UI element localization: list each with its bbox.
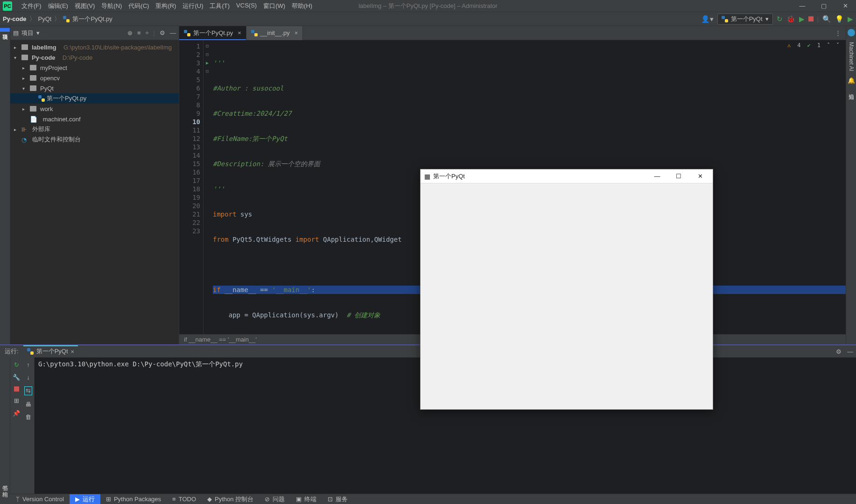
menu-vcs[interactable]: VCS(S) xyxy=(233,1,260,11)
python-icon xyxy=(38,95,45,102)
stop-icon[interactable] xyxy=(14,386,19,392)
file-icon: 📄 xyxy=(30,116,37,123)
play-icon: ▶ xyxy=(75,496,80,503)
project-sidebar: ▤ 项目 ▾ ⊕ ≡ ÷ | ⚙ — ▸labelImg G:\pyton3.1… xyxy=(10,26,179,344)
trash-icon[interactable]: 🗑 xyxy=(25,413,31,420)
folder-icon xyxy=(30,106,36,112)
menu-code[interactable]: 代码(C) xyxy=(126,1,152,11)
pyqt-app-window[interactable]: ▦ 第一个PyQt — ☐ ✕ xyxy=(420,169,713,410)
ok-icon: ✔ xyxy=(807,42,811,49)
menu-navigate[interactable]: 导航(N) xyxy=(98,1,125,11)
list-icon: ≡ xyxy=(172,496,176,503)
qt-maximize-button[interactable]: ☐ xyxy=(668,169,689,183)
project-tree[interactable]: ▸labelImg G:\pyton3.10\Lib\site-packages… xyxy=(10,40,179,147)
debug-icon[interactable]: 🐞 xyxy=(786,15,795,23)
crumb-file[interactable]: 第一个PyQt.py xyxy=(72,15,112,23)
python-icon xyxy=(27,348,34,355)
menu-refactor[interactable]: 重构(R) xyxy=(153,1,179,11)
menu-window[interactable]: 窗口(W) xyxy=(260,1,288,11)
scratch-icon: ◔ xyxy=(21,136,27,143)
maximize-button[interactable]: ▢ xyxy=(813,0,835,12)
python-icon xyxy=(184,30,190,36)
chevron-down-icon[interactable]: ▾ xyxy=(36,29,40,36)
down-icon[interactable]: ˅ xyxy=(836,42,839,49)
project-tool-button[interactable]: 项目 xyxy=(0,28,10,32)
hide-icon[interactable]: — xyxy=(847,348,853,355)
chevron-right-icon: 〉 xyxy=(54,15,60,23)
navigation-toolbar: Py-code 〉 PyQt 〉 第一个PyQt.py 👤▾ 第一个PyQt ▾… xyxy=(0,12,856,26)
qt-window-body xyxy=(421,183,713,409)
gear-icon[interactable]: ⚙ xyxy=(160,29,165,36)
folder-icon xyxy=(30,65,36,70)
tab-label: 第一个PyQt.py xyxy=(193,29,233,37)
close-button[interactable]: ✕ xyxy=(835,0,856,12)
up-icon[interactable]: ↑ xyxy=(27,361,30,368)
menu-view[interactable]: 视图(V) xyxy=(72,1,98,11)
chevron-right-icon: 〉 xyxy=(29,15,35,23)
left-tool-strip: 项目 xyxy=(0,26,10,344)
run-coverage-icon[interactable]: ▶ xyxy=(799,15,805,23)
close-tab-icon[interactable]: × xyxy=(238,29,241,36)
vcs-button[interactable]: ᛘVersion Control xyxy=(10,494,70,504)
editor-tab[interactable]: __init__.py × xyxy=(246,26,303,40)
qt-window-title: 第一个PyQt xyxy=(433,172,465,181)
close-tab-icon[interactable]: × xyxy=(295,29,298,36)
python-icon xyxy=(722,16,728,22)
tree-item-current-file[interactable]: 第一个PyQt.py xyxy=(10,93,179,104)
folder-icon xyxy=(21,44,28,50)
pin-icon[interactable]: 📌 xyxy=(13,410,20,417)
target-icon[interactable]: ⊕ xyxy=(127,29,133,36)
crumb-root[interactable]: Py-code xyxy=(3,15,27,22)
app-logo-icon: PC xyxy=(3,1,12,11)
tab-more-icon[interactable]: ⋮ xyxy=(830,29,846,36)
hide-icon[interactable]: — xyxy=(170,29,176,36)
machinet-ai-button[interactable]: Machinet AI xyxy=(848,42,855,71)
run-config-name: 第一个PyQt xyxy=(731,15,763,23)
crumb-folder[interactable]: PyQt xyxy=(38,15,52,22)
editor-tab-active[interactable]: 第一个PyQt.py × xyxy=(179,26,246,40)
sidebar-title: 项目 xyxy=(21,29,34,37)
menu-file[interactable]: 文件(F) xyxy=(19,1,44,11)
qt-minimize-button[interactable]: — xyxy=(646,169,668,183)
user-icon[interactable]: 👤▾ xyxy=(701,15,714,23)
lightbulb-icon[interactable]: 💡 xyxy=(835,15,844,23)
qt-close-button[interactable]: ✕ xyxy=(689,169,711,183)
todo-button[interactable]: ≡TODO xyxy=(167,494,202,504)
search-icon[interactable]: 🔍 xyxy=(822,15,831,23)
layout-icon[interactable]: ⊞ xyxy=(14,397,19,404)
rerun-icon[interactable]: ↻ xyxy=(14,361,19,368)
packages-button[interactable]: ⊞Python Packages xyxy=(100,494,167,504)
inspection-hints[interactable]: ⚠4 ✔1 ˄ ˅ xyxy=(787,42,839,49)
warning-icon: ⊘ xyxy=(265,496,270,503)
fold-column[interactable]: ⊟⊟▶⊟ xyxy=(203,40,211,334)
menu-tools[interactable]: 工具(T) xyxy=(207,1,232,11)
package-icon: ⊞ xyxy=(106,496,111,503)
stop-icon[interactable] xyxy=(808,16,814,21)
menu-run[interactable]: 运行(U) xyxy=(180,1,206,11)
run-config-select[interactable]: 第一个PyQt ▾ xyxy=(717,14,773,25)
minimize-button[interactable]: — xyxy=(792,0,813,12)
expand-icon[interactable]: ≡ xyxy=(137,29,141,36)
close-tab-icon[interactable]: × xyxy=(71,348,75,355)
machinet-badge-icon[interactable] xyxy=(848,29,855,36)
bell-icon[interactable]: 🔔 xyxy=(848,77,855,84)
terminal-button[interactable]: ▣终端 xyxy=(290,494,322,504)
services-button[interactable]: ⊡服务 xyxy=(322,494,353,504)
wrench-icon[interactable]: 🔧 xyxy=(13,374,20,381)
tab-label: __init__.py xyxy=(260,29,290,36)
run-button[interactable]: ▶运行 xyxy=(70,494,100,504)
gear-icon[interactable]: ⚙ xyxy=(836,348,842,355)
run-tab[interactable]: 第一个PyQt × xyxy=(23,345,78,357)
menu-help[interactable]: 帮助(H) xyxy=(289,1,315,11)
console-button[interactable]: ◆Python 控制台 xyxy=(202,494,259,504)
softwrap-icon[interactable]: ⇆ xyxy=(24,386,32,395)
play-icon[interactable]: ▶ xyxy=(848,15,853,23)
up-icon[interactable]: ˄ xyxy=(827,42,830,49)
print-icon[interactable]: 🖶 xyxy=(25,401,31,408)
down-icon[interactable]: ↓ xyxy=(27,374,30,381)
collapse-icon[interactable]: ÷ xyxy=(145,29,148,36)
folder-icon xyxy=(21,55,28,60)
menu-edit[interactable]: 编辑(E) xyxy=(45,1,71,11)
rerun-icon[interactable]: ↻ xyxy=(777,15,783,23)
problems-button[interactable]: ⊘问题 xyxy=(259,494,290,504)
